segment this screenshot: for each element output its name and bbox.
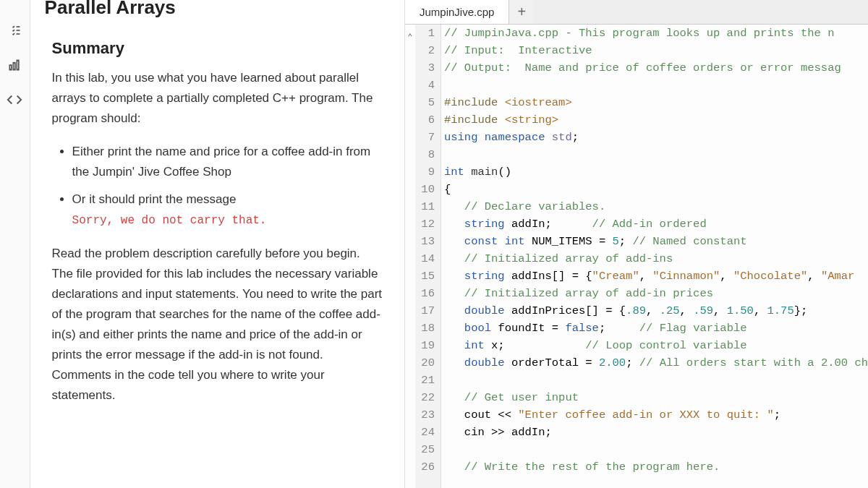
code-line[interactable]: cout << "Enter coffee add-in or XXX to q… [444,406,868,424]
code-line[interactable]: // Output: Name and price of coffee orde… [444,59,868,77]
line-number: 5 [415,94,435,111]
code-icon[interactable] [6,91,23,108]
line-number: 13 [415,233,435,250]
code-line[interactable]: int x; // Loop control variable [444,337,868,354]
line-number: 24 [415,424,435,441]
line-number: 8 [415,146,435,163]
line-number: 12 [415,215,435,233]
tab-file[interactable]: JumpinJive.cpp [405,0,509,24]
line-number: 3 [415,59,435,77]
checklist-icon[interactable] [6,22,23,39]
code-line[interactable]: double orderTotal = 2.00; // All orders … [444,354,868,372]
line-number: 11 [415,198,435,215]
code-line[interactable]: int main() [444,163,868,181]
code-line[interactable]: // Write the rest of the program here. [444,458,868,476]
summary-intro: In this lab, you use what you have learn… [52,68,383,129]
svg-rect-4 [14,63,16,70]
line-number: 6 [415,111,435,129]
line-number: 16 [415,285,435,302]
code-line[interactable]: string addIn; // Add-in ordered [444,215,868,233]
code-line[interactable]: // JumpinJava.cpp - This program looks u… [444,25,868,42]
code-line[interactable]: #include <string> [444,111,868,129]
code-line[interactable]: // Declare variables. [444,198,868,215]
code-line[interactable]: string addIns[] = {"Cream", "Cinnamon", … [444,267,868,285]
code-line[interactable]: #include <iostream> [444,94,868,111]
code-line[interactable]: const int NUM_ITEMS = 5; // Named consta… [444,233,868,250]
svg-rect-3 [10,65,12,70]
code-line[interactable]: // Get user input [444,389,868,406]
code-line[interactable]: // Input: Interactive [444,42,868,59]
error-message-example: Sorry, we do not carry that. [72,214,267,227]
line-number: 19 [415,337,435,354]
summary-bullet-2: Or it should print the message Sorry, we… [72,189,383,230]
summary-body: In this lab, you use what you have learn… [30,68,404,406]
line-number: 7 [415,129,435,146]
code-line[interactable]: bool foundIt = false; // Flag variable [444,320,868,337]
line-number: 17 [415,302,435,320]
icon-sidebar [0,0,30,488]
code-line[interactable] [444,441,868,458]
fold-caret-icon[interactable]: ⌃ [405,25,415,488]
summary-heading: Summary [30,26,404,68]
line-number: 21 [415,372,435,389]
line-number: 23 [415,406,435,424]
code-line[interactable]: cin >> addIn; [444,424,868,441]
line-number: 22 [415,389,435,406]
svg-rect-5 [17,60,20,69]
code-line[interactable]: using namespace std; [444,129,868,146]
code-line[interactable]: double addInPrices[] = {.89, .25, .59, 1… [444,302,868,320]
code-editor[interactable]: ⌃ 12345678910111213141516171819202122232… [405,25,868,488]
editor-panel: JumpinJive.cpp + ⌃ 123456789101112131415… [404,0,868,488]
line-number: 15 [415,267,435,285]
line-number: 14 [415,250,435,267]
code-line[interactable] [444,146,868,163]
code-line[interactable]: // Initialized array of add-ins [444,250,868,267]
line-number: 1 [415,25,435,42]
line-number: 26 [415,458,435,476]
tab-add-button[interactable]: + [509,0,534,24]
code-lines[interactable]: // JumpinJava.cpp - This program looks u… [441,25,868,488]
summary-para-2: Read the problem description carefully b… [52,244,383,406]
code-line[interactable] [444,77,868,94]
code-line[interactable]: // Initialized array of add-in prices [444,285,868,302]
line-number: 2 [415,42,435,59]
line-number: 18 [415,320,435,337]
summary-bullet-1: Either print the name and price for a co… [72,142,383,182]
line-gutter: 1234567891011121314151617181920212223242… [415,25,441,488]
line-number: 9 [415,163,435,181]
chart-icon[interactable] [6,56,23,74]
line-number: 20 [415,354,435,372]
line-number: 10 [415,181,435,198]
line-number: 4 [415,77,435,94]
tab-bar: JumpinJive.cpp + [405,0,868,25]
line-number: 25 [415,441,435,458]
code-line[interactable]: { [444,181,868,198]
page-title: Parallel Arrays [30,0,404,26]
code-line[interactable] [444,372,868,389]
instructions-panel: Parallel Arrays Summary In this lab, you… [30,0,404,488]
